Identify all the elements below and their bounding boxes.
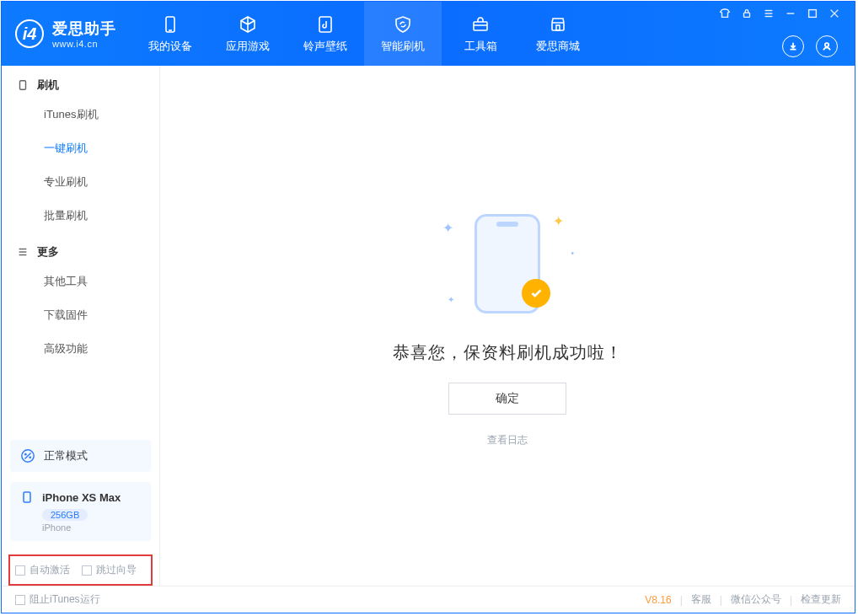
check-update-link[interactable]: 检查更新 [801, 592, 841, 607]
nav-label: 爱思商城 [536, 39, 580, 54]
svg-rect-4 [552, 23, 564, 30]
nav-toolbox[interactable]: 工具箱 [442, 2, 519, 66]
device-icon [159, 13, 181, 35]
sidebar-item-download-firmware[interactable]: 下载固件 [2, 298, 159, 332]
checkbox-skip-guide[interactable]: 跳过向导 [82, 563, 137, 577]
view-log-link[interactable]: 查看日志 [487, 433, 528, 447]
shirt-icon[interactable] [718, 7, 732, 20]
sidebar-item-batch-flash[interactable]: 批量刷机 [2, 199, 159, 233]
svg-rect-6 [744, 13, 750, 17]
sidebar-item-advanced[interactable]: 高级功能 [2, 332, 159, 366]
window-controls [718, 2, 846, 20]
minimize-button[interactable] [784, 7, 797, 20]
nav-label: 智能刷机 [381, 39, 425, 54]
toolbox-icon [469, 13, 491, 35]
menu-icon[interactable] [762, 7, 775, 20]
status-bar: 阻止iTunes运行 V8.16 | 客服 | 微信公众号 | 检查更新 [2, 586, 855, 613]
device-capacity: 256GB [42, 509, 88, 521]
sidebar-group-more: 更多 [2, 233, 159, 265]
sidebar-item-itunes-flash[interactable]: iTunes刷机 [2, 98, 159, 131]
success-illustration: ✦✦✦• [436, 205, 579, 323]
main-nav: 我的设备 应用游戏 铃声壁纸 智能刷机 工具箱 爱思商城 [131, 2, 597, 66]
nav-my-device[interactable]: 我的设备 [131, 2, 209, 66]
cube-icon [237, 13, 259, 35]
logo-icon: i4 [15, 19, 44, 48]
main-content: ✦✦✦• 恭喜您，保资料刷机成功啦！ 确定 查看日志 [160, 66, 855, 586]
phone-small-icon [17, 79, 29, 91]
checkbox-block-itunes[interactable]: 阻止iTunes运行 [15, 592, 100, 607]
app-name: 爱思助手 [52, 19, 116, 39]
svg-rect-11 [809, 10, 817, 18]
sidebar-group-title: 更多 [37, 244, 59, 260]
sidebar-group-flash: 刷机 [2, 66, 159, 98]
sidebar: 刷机 iTunes刷机 一键刷机 专业刷机 批量刷机 更多 其他工具 下载固件 … [2, 66, 160, 586]
svg-rect-15 [20, 81, 26, 90]
app-logo: i4 爱思助手 www.i4.cn [2, 2, 131, 66]
version-label: V8.16 [645, 594, 671, 606]
svg-point-20 [24, 453, 27, 456]
svg-rect-2 [319, 17, 331, 32]
mode-label: 正常模式 [44, 448, 88, 463]
checkbox-auto-activate[interactable]: 自动激活 [15, 563, 70, 577]
lock-icon[interactable] [740, 7, 753, 20]
customer-service-link[interactable]: 客服 [691, 592, 711, 607]
svg-point-14 [825, 43, 829, 46]
sidebar-item-other-tools[interactable]: 其他工具 [2, 265, 159, 298]
check-badge-icon [522, 279, 550, 308]
app-url: www.i4.cn [52, 39, 116, 49]
download-button[interactable] [782, 35, 804, 57]
device-name: iPhone XS Max [42, 491, 121, 504]
nav-label: 铃声壁纸 [303, 39, 347, 54]
device-small-icon [20, 490, 34, 504]
checkbox-label: 阻止iTunes运行 [29, 592, 100, 607]
svg-rect-22 [24, 492, 30, 502]
device-type: iPhone [42, 522, 141, 533]
close-button[interactable] [828, 7, 841, 20]
nav-apps-games[interactable]: 应用游戏 [209, 2, 287, 66]
flash-options-highlight: 自动激活 跳过向导 [8, 554, 153, 586]
music-file-icon [314, 13, 336, 35]
svg-point-21 [29, 456, 31, 458]
nav-label: 应用游戏 [226, 39, 270, 54]
nav-label: 我的设备 [148, 39, 192, 54]
shield-refresh-icon [392, 13, 414, 35]
nav-store[interactable]: 爱思商城 [519, 2, 597, 66]
checkbox-label: 跳过向导 [96, 563, 137, 577]
user-button[interactable] [816, 35, 838, 57]
svg-rect-3 [474, 22, 487, 30]
checkbox-label: 自动激活 [29, 563, 70, 577]
nav-label: 工具箱 [464, 39, 497, 54]
sidebar-group-title: 刷机 [37, 78, 59, 93]
success-message: 恭喜您，保资料刷机成功啦！ [393, 341, 623, 364]
mode-card[interactable]: 正常模式 [10, 440, 151, 472]
maximize-button[interactable] [806, 7, 819, 20]
sidebar-item-pro-flash[interactable]: 专业刷机 [2, 165, 159, 199]
mode-icon [20, 448, 35, 463]
list-icon [17, 246, 29, 258]
svg-rect-5 [556, 25, 560, 30]
sidebar-item-oneclick-flash[interactable]: 一键刷机 [2, 131, 159, 165]
wechat-link[interactable]: 微信公众号 [731, 592, 781, 607]
nav-ringtone-wallpaper[interactable]: 铃声壁纸 [287, 2, 364, 66]
ok-button[interactable]: 确定 [448, 383, 566, 415]
nav-smart-flash[interactable]: 智能刷机 [364, 2, 442, 66]
device-card[interactable]: iPhone XS Max 256GB iPhone [10, 482, 151, 541]
store-icon [547, 13, 569, 35]
app-header: i4 爱思助手 www.i4.cn 我的设备 应用游戏 铃声壁纸 智能刷机 [2, 2, 855, 66]
